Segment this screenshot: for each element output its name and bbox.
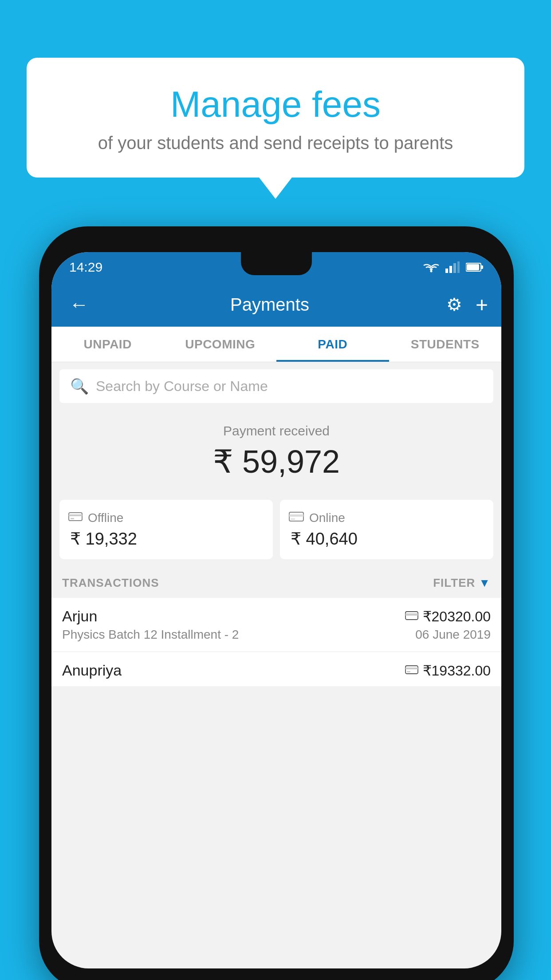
transaction-row[interactable]: Anupriya ₹19332.00: [51, 652, 501, 686]
transaction-amount: ₹19332.00: [423, 662, 491, 679]
tab-unpaid[interactable]: UNPAID: [51, 327, 164, 362]
svg-rect-6: [467, 264, 479, 270]
notch: [241, 252, 312, 275]
svg-rect-8: [69, 513, 82, 521]
online-card-header: Online: [289, 510, 484, 526]
svg-rect-1: [445, 269, 448, 273]
transaction-amount: ₹20320.00: [423, 608, 491, 625]
battery-icon: [466, 262, 484, 272]
transaction-bottom: Physics Batch 12 Installment - 2 06 June…: [62, 628, 491, 642]
svg-rect-16: [405, 666, 418, 674]
payment-summary: Payment received ₹ 59,972: [51, 410, 501, 500]
speech-bubble-container: Manage fees of your students and send re…: [27, 58, 524, 178]
amount-right: ₹19332.00: [405, 662, 491, 679]
transaction-top: Anupriya ₹19332.00: [62, 662, 491, 679]
online-card: Online ₹ 40,640: [280, 500, 493, 559]
online-amount: ₹ 40,640: [289, 529, 484, 549]
tab-upcoming[interactable]: UPCOMING: [164, 327, 277, 362]
svg-rect-15: [405, 613, 418, 616]
svg-rect-2: [449, 266, 452, 273]
wifi-icon: [423, 261, 439, 273]
svg-rect-9: [69, 514, 82, 516]
transactions-label: TRANSACTIONS: [62, 576, 159, 590]
payment-received-label: Payment received: [60, 423, 492, 439]
back-button[interactable]: ←: [65, 289, 93, 320]
amount-right: ₹20320.00: [405, 608, 491, 625]
card-payment-icon: [405, 609, 418, 624]
svg-point-0: [430, 270, 433, 273]
app-bar: ← Payments ⚙ +: [51, 282, 501, 327]
offline-amount: ₹ 19,332: [68, 529, 264, 549]
course-detail: Physics Batch 12 Installment - 2: [62, 628, 239, 642]
status-icons: [423, 261, 484, 273]
payment-total-amount: ₹ 59,972: [60, 443, 492, 480]
phone-screen: 14:29: [51, 252, 501, 968]
filter-icon: ▼: [479, 576, 491, 590]
filter-button[interactable]: FILTER ▼: [433, 576, 491, 590]
content-area: 🔍 Search by Course or Name Payment recei…: [51, 362, 501, 686]
signal-icon: [445, 261, 460, 273]
speech-bubble: Manage fees of your students and send re…: [27, 58, 524, 178]
transaction-list: Arjun ₹20320.00 Physics: [51, 598, 501, 686]
bubble-title: Manage fees: [49, 84, 502, 124]
svg-rect-10: [71, 518, 74, 519]
date-detail: 06 June 2019: [415, 628, 491, 642]
student-name: Arjun: [62, 608, 97, 625]
bubble-subtitle: of your students and send receipts to pa…: [49, 133, 502, 153]
tabs-bar: UNPAID UPCOMING PAID STUDENTS: [51, 327, 501, 362]
cash-payment-icon: [405, 664, 418, 678]
transaction-row[interactable]: Arjun ₹20320.00 Physics: [51, 598, 501, 652]
svg-rect-17: [405, 668, 418, 669]
svg-rect-7: [481, 265, 483, 269]
svg-rect-18: [407, 671, 410, 672]
offline-label: Offline: [88, 511, 123, 525]
settings-icon[interactable]: ⚙: [446, 294, 462, 315]
transaction-top: Arjun ₹20320.00: [62, 608, 491, 625]
card-icon: [289, 510, 304, 526]
app-bar-actions: ⚙ +: [446, 292, 488, 317]
offline-card-header: Offline: [68, 510, 264, 526]
search-bar[interactable]: 🔍 Search by Course or Name: [59, 369, 493, 403]
add-icon[interactable]: +: [476, 292, 488, 317]
transactions-header: TRANSACTIONS FILTER ▼: [51, 568, 501, 598]
svg-rect-4: [457, 261, 460, 273]
filter-label: FILTER: [433, 576, 475, 590]
phone-frame: 14:29: [39, 226, 514, 980]
cash-icon: [68, 510, 83, 526]
search-placeholder: Search by Course or Name: [96, 378, 268, 395]
online-label: Online: [309, 511, 345, 525]
app-bar-title: Payments: [102, 295, 437, 315]
status-time: 14:29: [69, 260, 102, 275]
tab-paid[interactable]: PAID: [276, 327, 389, 362]
svg-rect-3: [453, 263, 456, 273]
svg-rect-13: [291, 518, 295, 520]
svg-rect-12: [289, 514, 303, 517]
search-icon: 🔍: [70, 377, 89, 395]
offline-card: Offline ₹ 19,332: [59, 500, 273, 559]
tab-students[interactable]: STUDENTS: [389, 327, 502, 362]
student-name: Anupriya: [62, 662, 122, 679]
payment-cards: Offline ₹ 19,332 Online: [59, 500, 493, 559]
